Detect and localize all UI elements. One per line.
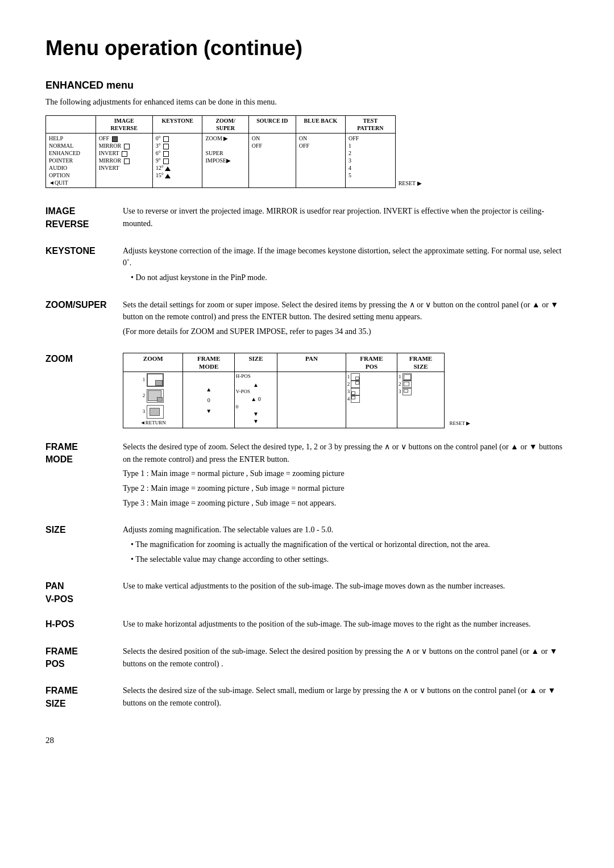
zoom-label: ZOOM <box>45 353 114 428</box>
page-title: Menu operation (continue) <box>45 34 569 62</box>
zoom-super-label: ZOOM/SUPER <box>45 299 114 340</box>
keystone-label: KEYSTONE <box>45 245 114 286</box>
enhanced-menu-table: IMAGEREVERSE KEYSTONE ZOOM/SUPER SOURCE … <box>45 115 432 188</box>
image-reverse-section: IMAGEREVERSE Use to reverse or invert th… <box>45 205 569 232</box>
image-reverse-label: IMAGEREVERSE <box>45 205 114 232</box>
frame-pos-label: FRAMEPOS <box>45 645 114 672</box>
vpos-body: Use to make vertical adjustments to the … <box>123 580 569 606</box>
frame-pos-body: Selects the desired position of the sub-… <box>123 645 569 672</box>
enhanced-menu-title: ENHANCED menu <box>45 78 569 93</box>
frame-mode-body: Selects the desired type of zoom. Select… <box>123 441 569 511</box>
frame-size-label: FRAMESIZE <box>45 685 114 711</box>
size-label: SIZE <box>45 524 114 567</box>
hpos-label: H-POS <box>45 618 114 633</box>
frame-size-section: FRAMESIZE Selects the desired size of th… <box>45 685 569 711</box>
zoom-detail-table: ZOOM FRAMEMODE SIZE PAN FRAMEPOS FRAMESI… <box>123 353 475 428</box>
zoom-section: ZOOM ZOOM FRAMEMODE SIZE PAN FRAMEPOS FR… <box>45 353 569 428</box>
size-section: SIZE Adjusts zoming magnification. The s… <box>45 524 569 567</box>
frame-mode-section: FRAMEMODE Selects the desired type of zo… <box>45 441 569 511</box>
keystone-body: Adjusts keystone correction of the image… <box>123 245 569 286</box>
page-number: 28 <box>45 735 569 746</box>
frame-pos-section: FRAMEPOS Selects the desired position of… <box>45 645 569 672</box>
keystone-section: KEYSTONE Adjusts keystone correction of … <box>45 245 569 286</box>
pan-label: PANV-POS <box>45 580 114 606</box>
size-body: Adjusts zoming magnification. The select… <box>123 524 569 567</box>
zoom-super-section: ZOOM/SUPER Sets the detail settings for … <box>45 299 569 340</box>
frame-mode-label: FRAMEMODE <box>45 441 114 511</box>
zoom-table-container: ZOOM FRAMEMODE SIZE PAN FRAMEPOS FRAMESI… <box>123 353 569 428</box>
hpos-section: H-POS Use to make horizontal adjustments… <box>45 618 569 633</box>
pan-vpos-section: PANV-POS Use to make vertical adjustment… <box>45 580 569 606</box>
hpos-body: Use to make horizontal adjustments to th… <box>123 618 569 633</box>
frame-size-body: Selects the desired size of the sub-imag… <box>123 685 569 711</box>
zoom-super-body: Sets the detail settings for zoom or sup… <box>123 299 569 340</box>
enhanced-menu-description: The following adjustments for enhanced i… <box>45 97 569 108</box>
image-reverse-body: Use to reverse or invert the projected i… <box>123 205 569 232</box>
